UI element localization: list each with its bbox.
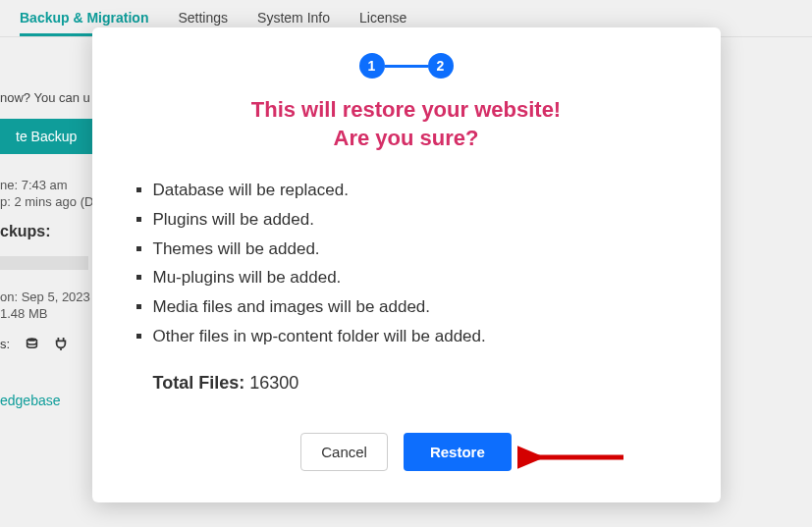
modal-heading: This will restore your website! Are you … bbox=[126, 96, 687, 152]
total-files-label: Total Files: bbox=[153, 373, 245, 393]
step-1: 1 bbox=[359, 53, 385, 79]
step-connector bbox=[385, 65, 428, 68]
modal-overlay: 1 2 This will restore your website! Are … bbox=[0, 0, 812, 527]
total-files: Total Files: 16300 bbox=[126, 373, 687, 394]
list-item: Database will be replaced. bbox=[153, 176, 687, 205]
cancel-button[interactable]: Cancel bbox=[300, 433, 388, 471]
list-item: Plugins will be added. bbox=[153, 205, 687, 235]
heading-line-1: This will restore your website! bbox=[126, 96, 687, 125]
step-2: 2 bbox=[428, 53, 454, 79]
list-item: Other files in wp-content folder will be… bbox=[153, 322, 687, 351]
list-item: Mu-plugins will be added. bbox=[153, 263, 687, 292]
restore-button[interactable]: Restore bbox=[404, 433, 512, 471]
list-item: Media files and images will be added. bbox=[153, 292, 687, 322]
heading-line-2: Are you sure? bbox=[126, 125, 687, 153]
list-item: Themes will be added. bbox=[153, 235, 687, 264]
restore-details-list: Database will be replaced. Plugins will … bbox=[126, 176, 687, 351]
restore-confirm-modal: 1 2 This will restore your website! Are … bbox=[92, 27, 721, 502]
stepper: 1 2 bbox=[126, 53, 687, 79]
total-files-value: 16300 bbox=[249, 373, 298, 393]
modal-actions: Cancel Restore bbox=[126, 433, 687, 471]
